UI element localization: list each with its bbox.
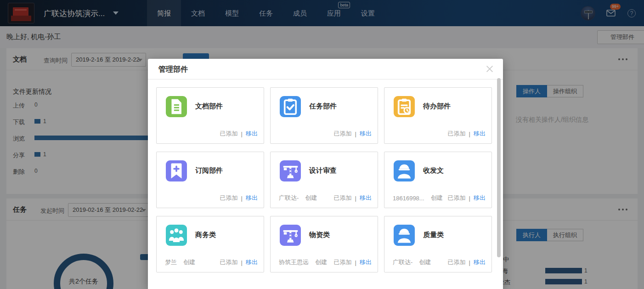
card-title: 文档部件	[195, 102, 223, 111]
part-card-5: 收发文 18616998... 创建 已添加 | 移出	[384, 152, 492, 208]
page: 广联达协筑演示... 简报文档模型任务成员应用beta设置 99+ ? 晚上好,…	[0, 0, 644, 289]
remove-link[interactable]: 移出	[246, 130, 258, 138]
card-title: 设计审查	[309, 166, 337, 175]
part-card-0: 文档部件 已添加 | 移出	[156, 87, 264, 144]
meeting-icon	[166, 225, 187, 246]
card-title: 物资类	[309, 231, 330, 239]
card-footer: 已添加 | 移出	[165, 194, 258, 202]
card-footer: 18616998... 创建 已添加 | 移出	[393, 194, 486, 202]
added-label: 已添加	[220, 130, 238, 138]
remove-link[interactable]: 移出	[246, 258, 258, 266]
added-label: 已添加	[334, 258, 352, 266]
card-title: 商务类	[195, 231, 216, 239]
remove-link[interactable]: 移出	[360, 258, 372, 266]
footer-divider: |	[238, 259, 246, 266]
card-footer: 已添加 | 移出	[279, 130, 372, 138]
footer-divider: |	[238, 195, 246, 202]
card-footer: 广联达- 创建 已添加 | 移出	[279, 194, 372, 202]
part-card-8: 质量类 广联达- 创建 已添加 | 移出	[384, 216, 492, 272]
part-card-4: 设计审查 广联达- 创建 已添加 | 移出	[270, 152, 378, 208]
bookmark-plus-icon	[166, 160, 187, 181]
card-creator: 梦兰	[165, 258, 177, 266]
modal-title: 管理部件	[158, 65, 188, 74]
card-title: 订阅部件	[195, 166, 223, 175]
close-icon[interactable]	[486, 65, 494, 73]
remove-link[interactable]: 移出	[360, 130, 372, 138]
card-creator: 18616998...	[393, 195, 424, 202]
footer-divider: |	[352, 195, 360, 202]
remove-link[interactable]: 移出	[360, 194, 372, 202]
crane-icon	[280, 225, 301, 246]
crane-icon	[280, 160, 301, 181]
footer-divider: |	[238, 130, 246, 137]
footer-divider: |	[466, 195, 474, 202]
card-footer: 已添加 | 移出	[393, 130, 486, 138]
added-label: 已添加	[334, 130, 352, 138]
card-created-label: 创建	[431, 194, 443, 202]
footer-divider: |	[466, 130, 474, 137]
modal-header: 管理部件	[148, 59, 503, 79]
part-card-2: 待办部件 已添加 | 移出	[384, 87, 492, 144]
manage-parts-modal: 管理部件 文档部件 已添加 | 移出 任务部件 已添加 | 移出	[148, 59, 503, 289]
card-creator: 广联达-	[279, 194, 299, 202]
card-title: 待办部件	[423, 102, 451, 111]
remove-link[interactable]: 移出	[474, 194, 486, 202]
modal-scrollbar[interactable]	[497, 78, 501, 257]
added-label: 已添加	[448, 258, 466, 266]
added-label: 已添加	[220, 258, 238, 266]
parts-card-grid: 文档部件 已添加 | 移出 任务部件 已添加 | 移出 待办部件	[156, 87, 503, 272]
card-footer: 梦兰 创建 已添加 | 移出	[165, 258, 258, 266]
part-card-6: 商务类 梦兰 创建 已添加 | 移出	[156, 216, 264, 272]
remove-link[interactable]: 移出	[246, 194, 258, 202]
worker-icon	[394, 225, 415, 246]
footer-divider: |	[466, 259, 474, 266]
card-footer: 协筑王思远 创建 已添加 | 移出	[279, 258, 372, 266]
card-footer: 已添加 | 移出	[165, 130, 258, 138]
remove-link[interactable]: 移出	[474, 258, 486, 266]
part-card-7: 物资类 协筑王思远 创建 已添加 | 移出	[270, 216, 378, 272]
worker-icon	[394, 160, 415, 181]
card-title: 收发文	[423, 166, 444, 175]
added-label: 已添加	[448, 130, 466, 138]
modal-body: 文档部件 已添加 | 移出 任务部件 已添加 | 移出 待办部件	[148, 79, 503, 272]
part-card-3: 订阅部件 已添加 | 移出	[156, 152, 264, 208]
footer-divider: |	[352, 259, 360, 266]
card-creator: 协筑王思远	[279, 258, 309, 266]
added-label: 已添加	[448, 194, 466, 202]
document-icon	[166, 96, 187, 117]
card-footer: 广联达- 创建 已添加 | 移出	[393, 258, 486, 266]
card-created-label: 创建	[305, 194, 317, 202]
footer-divider: |	[352, 130, 360, 137]
card-title: 任务部件	[309, 102, 337, 111]
card-created-label: 创建	[419, 258, 431, 266]
added-label: 已添加	[220, 194, 238, 202]
card-created-label: 创建	[183, 258, 195, 266]
card-title: 质量类	[423, 231, 444, 239]
card-created-label: 创建	[315, 258, 327, 266]
card-creator: 广联达-	[393, 258, 412, 266]
part-card-1: 任务部件 已添加 | 移出	[270, 87, 378, 144]
remove-link[interactable]: 移出	[474, 130, 486, 138]
added-label: 已添加	[334, 194, 352, 202]
clipboard-check-icon	[280, 96, 301, 117]
clipboard-clock-icon	[394, 96, 415, 117]
